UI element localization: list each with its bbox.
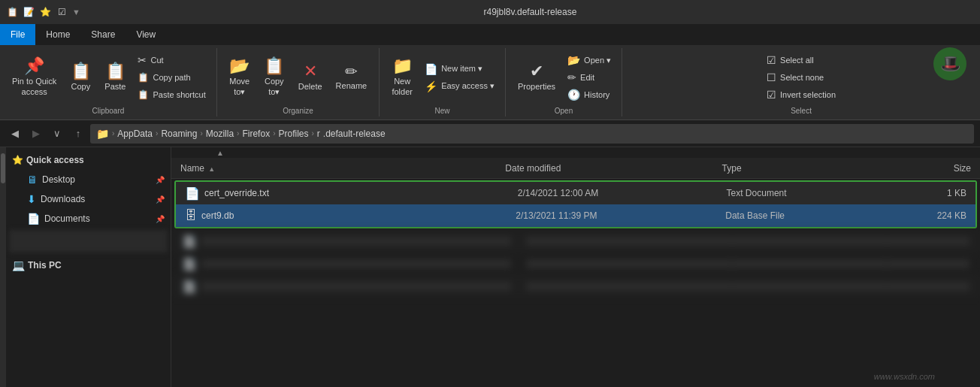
sidebar-item-this-pc[interactable]: 💻 This PC xyxy=(6,255,171,275)
clipboard-small-group: ✂ Cut 📋 Copy path 📋 Paste shortcut xyxy=(133,52,210,103)
copy-button[interactable]: 📋 Copy xyxy=(64,53,97,102)
forward-button[interactable]: ▶ xyxy=(27,125,45,143)
paste-shortcut-button[interactable]: 📋 Paste shortcut xyxy=(133,86,210,103)
sidebar-scrollbar[interactable] xyxy=(0,147,6,387)
col-name-sort-icon: ▲ xyxy=(208,165,215,173)
cut-button[interactable]: ✂ Cut xyxy=(133,52,210,68)
address-r: r xyxy=(317,128,320,139)
file-type-cert9-db: Data Base File xyxy=(725,210,882,221)
address-firefox: Firefox xyxy=(242,128,270,139)
cut-label: Cut xyxy=(150,56,163,65)
downloads-pin-icon: 📌 xyxy=(156,195,165,204)
copy-to-button[interactable]: 📋 Copyto▾ xyxy=(258,53,291,102)
sidebar: ⭐ Quick access 🖥 Desktop 📌 ⬇ Downloads 📌… xyxy=(6,147,171,387)
new-folder-button[interactable]: 📁 Newfolder xyxy=(386,53,419,102)
clipboard-icon: 📋 xyxy=(6,6,18,18)
menu-tab-file[interactable]: File xyxy=(0,24,35,45)
select-all-button[interactable]: ☑ Select all xyxy=(762,52,840,68)
delete-label: Delete xyxy=(298,82,322,92)
clipboard-content: 📌 Pin to Quickaccess 📋 Copy 📋 Paste ✂ Cu… xyxy=(6,50,210,105)
paste-shortcut-icon: 📋 xyxy=(138,89,149,100)
downloads-label: Downloads xyxy=(41,194,85,204)
file-type-cert-override: Text Document xyxy=(727,188,883,198)
paste-button[interactable]: 📋 Paste xyxy=(98,53,132,102)
properties-button[interactable]: ✔ Properties xyxy=(512,53,561,102)
ribbon-group-open: ✔ Properties 📂 Open ▾ ✏ Edit 🕐 History O… xyxy=(506,48,622,116)
organize-group-label: Organize xyxy=(283,105,313,115)
col-size[interactable]: Size xyxy=(885,163,971,174)
col-type-label: Type xyxy=(722,163,742,174)
recent-button[interactable]: ∨ xyxy=(48,125,66,143)
new-item-button[interactable]: 📄 New item ▾ xyxy=(420,61,499,77)
file-row-cert9-db[interactable]: 🗄 cert9.db 2/13/2021 11:39 PM Data Base … xyxy=(176,204,975,227)
cut-icon: ✂ xyxy=(138,54,147,66)
desktop-pin-icon: 📌 xyxy=(156,176,165,184)
blurred-file-rows: 📄 📄 📄 xyxy=(171,230,980,298)
invert-selection-button[interactable]: ☑ Invert selection xyxy=(762,86,840,103)
history-icon: 🕐 xyxy=(567,89,580,101)
documents-icon: 📄 xyxy=(27,213,40,225)
ribbon-group-clipboard: 📌 Pin to Quickaccess 📋 Copy 📋 Paste ✂ Cu… xyxy=(0,48,217,116)
copy-path-icon: 📋 xyxy=(138,72,149,83)
select-small-group: ☑ Select all ☐ Select none ☑ Invert sele… xyxy=(762,52,840,103)
invert-selection-icon: ☑ xyxy=(767,89,776,101)
copy-to-label: Copyto▾ xyxy=(265,77,284,96)
documents-label: Documents xyxy=(44,213,90,224)
select-none-label: Select none xyxy=(780,73,824,82)
quick-access-label: Quick access xyxy=(26,155,84,165)
file-date-cert-override: 2/14/2021 12:00 AM xyxy=(518,188,727,198)
menu-tab-share[interactable]: Share xyxy=(80,24,126,45)
col-type[interactable]: Type xyxy=(722,163,885,174)
col-size-label: Size xyxy=(954,163,971,174)
highlighted-files-group: 📄 cert_override.txt 2/14/2021 12:00 AM T… xyxy=(174,180,977,228)
file-row-cert-override[interactable]: 📄 cert_override.txt 2/14/2021 12:00 AM T… xyxy=(176,182,975,204)
select-content: ☑ Select all ☐ Select none ☑ Invert sele… xyxy=(762,50,840,105)
sidebar-item-downloads[interactable]: ⬇ Downloads 📌 xyxy=(6,189,171,209)
new-small-group: 📄 New item ▾ ⚡ Easy access ▾ xyxy=(420,61,499,95)
sidebar-blurred-area xyxy=(6,230,171,252)
copy-path-button[interactable]: 📋 Copy path xyxy=(133,69,210,86)
pin-quick-access-button[interactable]: 📌 Pin to Quickaccess xyxy=(6,53,62,102)
file-size-cert-override: 1 KB xyxy=(883,188,966,198)
open-button[interactable]: 📂 Open ▾ xyxy=(563,52,616,68)
address-bar[interactable]: 📁 › AppData › Roaming › Mozilla › Firefo… xyxy=(90,124,974,144)
select-all-icon: ☑ xyxy=(767,54,776,66)
window-title: r49jbl8v.default-release xyxy=(86,7,974,17)
history-button[interactable]: 🕐 History xyxy=(563,86,616,103)
clipboard-group-label: Clipboard xyxy=(92,105,124,115)
sidebar-item-desktop[interactable]: 🖥 Desktop 📌 xyxy=(6,170,171,189)
up-button[interactable]: ↑ xyxy=(69,125,87,143)
back-button[interactable]: ◀ xyxy=(6,125,24,143)
sort-up-icon: ▲ xyxy=(216,149,224,157)
invert-selection-label: Invert selection xyxy=(780,90,836,99)
easy-access-button[interactable]: ⚡ Easy access ▾ xyxy=(420,78,499,95)
properties-icon: ✔ xyxy=(530,63,543,80)
menu-tab-home[interactable]: Home xyxy=(35,24,80,45)
sidebar-item-documents[interactable]: 📄 Documents 📌 xyxy=(6,209,171,228)
sidebar-item-quick-access[interactable]: ⭐ Quick access xyxy=(6,150,171,170)
title-bar: 📋 📝 ⭐ ☑ ▼ r49jbl8v.default-release xyxy=(0,0,980,24)
ribbon-group-new: 📁 Newfolder 📄 New item ▾ ⚡ Easy access ▾… xyxy=(380,48,506,116)
nav-bar: ◀ ▶ ∨ ↑ 📁 › AppData › Roaming › Mozilla … xyxy=(0,120,980,147)
open-icon: 📂 xyxy=(567,54,580,66)
select-group-label: Select xyxy=(791,105,812,115)
main-content: ⭐ Quick access 🖥 Desktop 📌 ⬇ Downloads 📌… xyxy=(0,147,980,387)
select-none-button[interactable]: ☐ Select none xyxy=(762,69,840,86)
edit-button[interactable]: ✏ Edit xyxy=(563,69,616,86)
address-default-release: .default-release xyxy=(323,128,386,139)
file-list: ▲ Name ▲ Date modified Type Size 📄 xyxy=(171,147,980,387)
history-label: History xyxy=(584,90,609,99)
address-chevron-5: › xyxy=(273,129,275,138)
this-pc-icon: 💻 xyxy=(12,259,25,271)
move-to-label: Moveto▾ xyxy=(229,77,250,96)
menu-tab-view[interactable]: View xyxy=(126,24,166,45)
delete-button[interactable]: ✕ Delete xyxy=(292,53,328,102)
col-date-modified[interactable]: Date modified xyxy=(505,163,721,174)
address-chevron-6: › xyxy=(312,129,314,138)
move-to-button[interactable]: 📂 Moveto▾ xyxy=(223,53,256,102)
file-list-header: Name ▲ Date modified Type Size xyxy=(171,158,980,179)
col-name[interactable]: Name ▲ xyxy=(180,163,505,174)
star-icon: ⭐ xyxy=(39,6,51,18)
pin-icon: 📌 xyxy=(24,58,44,74)
rename-button[interactable]: ✏ Rename xyxy=(330,53,374,102)
